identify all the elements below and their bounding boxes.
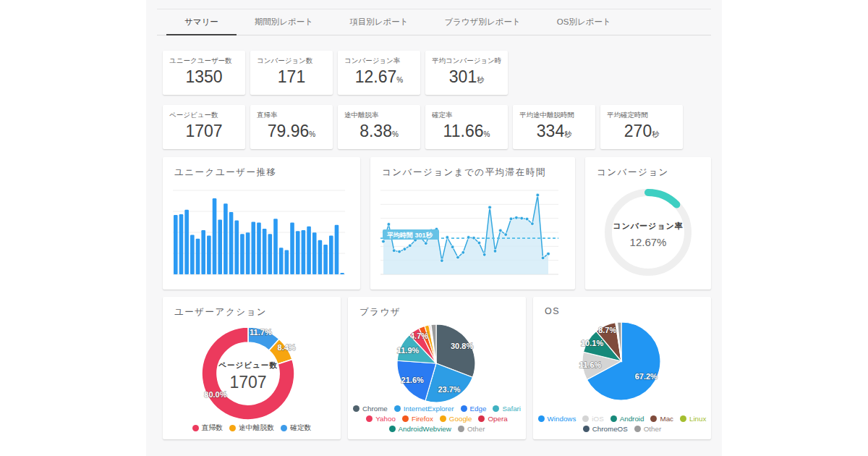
stat-label: 途中離脱率	[344, 111, 414, 120]
legend-dot	[192, 425, 199, 431]
legend-dot	[461, 405, 467, 412]
svg-text:8.7%: 8.7%	[598, 326, 616, 334]
stat-label: 直帰率	[257, 111, 326, 120]
svg-text:23.7%: 23.7%	[438, 385, 460, 394]
report-tabbar: サマリー期間別レポート項目別レポートブラウザ別レポートOS別レポート	[157, 9, 711, 35]
stat-card: コンバージョン率12.67%	[338, 51, 420, 95]
stat-label: ページビュー数	[169, 111, 239, 120]
legend-label: Opera	[488, 415, 507, 423]
legend-dot	[402, 415, 409, 422]
legend-item[interactable]: Chrome	[353, 405, 388, 413]
stat-card: ユニークユーザー数1350	[163, 51, 245, 95]
chart-card-unique-users: ユニークユーザー推移	[163, 157, 360, 290]
stat-label: 平均途中離脱時間	[519, 111, 589, 120]
stat-value: 1350	[169, 68, 239, 86]
legend-item[interactable]: Other	[458, 425, 485, 433]
stat-value: 301秒	[432, 68, 501, 86]
legend-item[interactable]: ChromeOS	[583, 425, 628, 433]
legend-item[interactable]: Mac	[650, 415, 673, 423]
stat-value: 334秒	[519, 122, 589, 140]
legend-dot	[229, 425, 236, 431]
chart-title: ブラウザ	[348, 297, 526, 320]
legend-dot	[478, 415, 485, 422]
stat-card: コンバージョン数171	[250, 51, 333, 95]
tab-item-report[interactable]: 項目別レポート	[331, 9, 426, 35]
legend-item[interactable]: Google	[440, 415, 472, 423]
browser-legend: ChromeInternetExplorerEdgeSafariYahooFir…	[351, 405, 523, 433]
stat-value: 8.38%	[344, 122, 414, 140]
stat-value: 79.96%	[257, 122, 326, 140]
legend-label: Android	[620, 415, 644, 423]
legend-item[interactable]: Opera	[478, 415, 507, 423]
legend-item[interactable]: iOS	[582, 415, 603, 423]
stat-label: コンバージョン率	[344, 56, 414, 66]
stat-value: 11.66%	[432, 122, 501, 140]
tab-browser-report[interactable]: ブラウザ別レポート	[426, 9, 538, 35]
svg-text:平均時間 301秒: 平均時間 301秒	[386, 232, 433, 239]
legend-item[interactable]: Firefox	[402, 415, 433, 423]
legend-label: 確定数	[290, 423, 311, 433]
stats-row-2: ページビュー数1707直帰率79.96%途中離脱率8.38%確定率11.66%平…	[163, 105, 683, 149]
stat-card: ページビュー数1707	[163, 105, 245, 149]
svg-text:8.4%: 8.4%	[278, 343, 296, 352]
avg-time-line-chart: 平均時間 301秒	[380, 185, 565, 283]
legend-item[interactable]: Android	[610, 415, 644, 423]
svg-text:11.6%: 11.6%	[579, 360, 602, 369]
svg-text:10.1%: 10.1%	[581, 339, 603, 347]
legend-item[interactable]: Linux	[680, 415, 706, 423]
os-legend: WindowsiOSAndroidMacLinuxChromeOSOther	[536, 415, 708, 433]
legend-label: Windows	[548, 415, 576, 423]
legend-label: iOS	[592, 415, 603, 423]
user-action-donut-chart: 11.7%8.4%80.0%ページビュー数1707	[163, 321, 341, 430]
legend-item[interactable]: Safari	[493, 405, 521, 413]
tab-period-report[interactable]: 期間別レポート	[237, 9, 331, 35]
legend-label: Firefox	[412, 415, 433, 423]
legend-item[interactable]: Windows	[538, 415, 576, 423]
stat-label: 平均確定時間	[607, 111, 676, 120]
chart-card-browser: ブラウザ 30.8%23.7%21.6%11.9%4.7% ChromeInte…	[348, 297, 526, 439]
legend-dot	[583, 426, 590, 432]
stat-unit: %	[392, 130, 399, 138]
chart-card-os: OS 67.2%11.6%10.1%8.7% WindowsiOSAndroid…	[533, 297, 711, 439]
legend-label: Linux	[689, 415, 706, 423]
chart-title: コンバージョン	[585, 157, 711, 180]
legend-item[interactable]: AndroidWebview	[389, 425, 451, 433]
legend-dot	[634, 426, 641, 432]
conversion-donut-chart: コンバージョン率12.67%	[585, 183, 711, 288]
legend-item[interactable]: Edge	[461, 405, 487, 413]
svg-text:4.7%: 4.7%	[410, 332, 428, 340]
stat-unit: 秒	[564, 130, 571, 138]
legend-item[interactable]: 直帰数	[192, 423, 223, 433]
legend-item[interactable]: 途中離脱数	[229, 423, 274, 433]
legend-label: ChromeOS	[592, 425, 628, 433]
svg-text:コンバージョン率: コンバージョン率	[613, 221, 684, 230]
legend-item[interactable]: InternetExplorer	[394, 405, 454, 413]
legend-dot	[650, 415, 657, 422]
legend-item[interactable]: Yahoo	[366, 415, 396, 423]
svg-text:11.9%: 11.9%	[397, 346, 420, 355]
legend-label: Mac	[660, 415, 673, 423]
legend-dot	[610, 415, 617, 422]
unique-users-bar-chart	[173, 186, 350, 282]
legend-dot	[458, 426, 464, 432]
stat-card: 平均コンバージョン時間301秒	[425, 51, 508, 95]
svg-text:67.2%: 67.2%	[635, 372, 658, 381]
chart-title: ユーザーアクション	[163, 297, 341, 320]
chart-title: OS	[533, 297, 711, 318]
tab-os-report[interactable]: OS別レポート	[539, 9, 629, 35]
dashboard-content: サマリー期間別レポート項目別レポートブラウザ別レポートOS別レポート ユニークユ…	[146, 0, 722, 456]
legend-label: Yahoo	[375, 415, 396, 423]
svg-text:12.67%: 12.67%	[630, 236, 667, 248]
stat-value: 171	[257, 68, 326, 86]
stat-card: 直帰率79.96%	[250, 105, 333, 149]
chart-card-user-action: ユーザーアクション 11.7%8.4%80.0%ページビュー数1707 直帰数途…	[163, 297, 341, 439]
chart-card-conversion: コンバージョン コンバージョン率12.67%	[585, 157, 711, 290]
chart-card-avg-time: コンバージョンまでの平均滞在時間 平均時間 301秒	[370, 157, 575, 290]
tab-summary[interactable]: サマリー	[166, 9, 237, 35]
legend-label: Chrome	[362, 405, 388, 413]
legend-item[interactable]: 確定数	[281, 423, 311, 433]
chart-title: ユニークユーザー推移	[163, 157, 360, 180]
legend-item[interactable]: Other	[634, 425, 662, 433]
legend-dot	[440, 415, 446, 422]
user-action-legend: 直帰数途中離脱数確定数	[166, 423, 338, 433]
